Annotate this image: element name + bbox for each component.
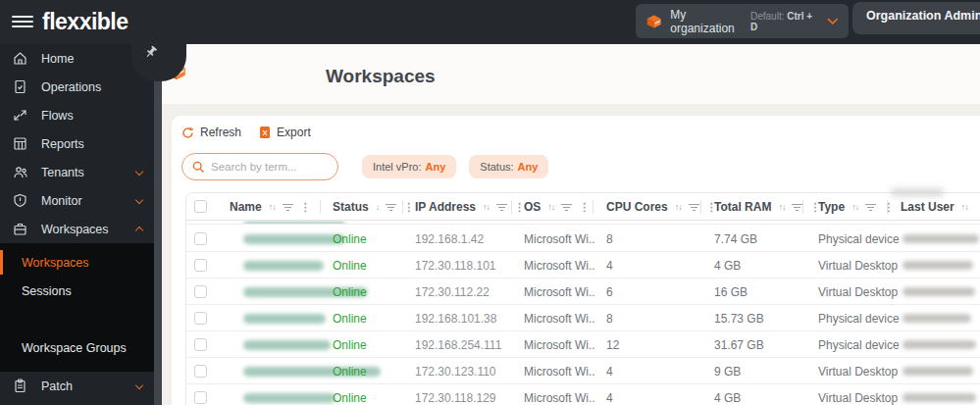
column-header-last-user[interactable]: Last User ↑↓ bbox=[901, 193, 968, 221]
ram-cell: 15.73 GB bbox=[714, 305, 764, 331]
redacted-name bbox=[243, 252, 324, 278]
table-row[interactable]: Online 192.168.1.42 Microsoft Wi... 8 7.… bbox=[186, 226, 980, 252]
submenu-spacer bbox=[0, 305, 154, 333]
shortcut-hint: Default: Ctrl + D bbox=[750, 11, 819, 32]
table-row[interactable]: Online 192.168.254.111 Microsoft Wi... 1… bbox=[186, 331, 980, 358]
submenu-item-workspace-groups[interactable]: Workspace Groups bbox=[0, 333, 154, 362]
table-row[interactable]: Online 192.168.101.38 Microsoft Wi... 8 … bbox=[186, 305, 980, 331]
search-input[interactable] bbox=[211, 161, 329, 173]
column-header-ram[interactable]: Total RAM ↑↓ ⋮ bbox=[714, 193, 820, 221]
table-row[interactable]: Online 172.30.123.110 Microsoft Wi... 4 … bbox=[186, 358, 980, 384]
briefcase-icon bbox=[13, 222, 27, 236]
redacted-fragment bbox=[891, 188, 944, 196]
tenants-icon bbox=[13, 165, 27, 179]
refresh-button[interactable]: Refresh bbox=[181, 126, 241, 139]
chevron-down-icon bbox=[135, 167, 143, 175]
role-badge[interactable]: Organization Admin bbox=[852, 2, 980, 34]
column-menu-icon[interactable]: ⋮ bbox=[579, 201, 590, 214]
os-cell: Microsoft Wi... bbox=[524, 384, 594, 405]
filter-icon[interactable] bbox=[865, 203, 876, 212]
cpu-cell: 8 bbox=[606, 226, 613, 252]
filter-icon[interactable] bbox=[561, 203, 572, 212]
sidebar-item-monitor[interactable]: Monitor bbox=[0, 186, 154, 215]
column-header-name[interactable]: Name ↑↓ ⋮ bbox=[230, 193, 311, 221]
chevron-down-icon bbox=[135, 380, 143, 388]
sidebar-item-operations[interactable]: Operations bbox=[0, 73, 154, 101]
sort-icon[interactable]: ↑↓ bbox=[778, 202, 785, 212]
row-checkbox[interactable] bbox=[194, 365, 207, 378]
clipboard-icon bbox=[13, 379, 27, 393]
row-checkbox[interactable] bbox=[194, 232, 207, 245]
sidebar-item-reports[interactable]: Reports bbox=[0, 129, 154, 158]
filter-icon[interactable] bbox=[792, 203, 802, 212]
shield-icon bbox=[13, 193, 27, 208]
sort-icon[interactable]: ↑↓ bbox=[675, 202, 682, 212]
sort-icon[interactable]: ↑↓ bbox=[851, 202, 858, 212]
organization-name: My organization bbox=[670, 8, 750, 35]
sort-icon[interactable]: ↑↓ bbox=[483, 202, 490, 212]
table-row[interactable]: Online 172.30.118.101 Microsoft Wi... 4 … bbox=[186, 252, 980, 278]
row-checkbox[interactable] bbox=[194, 391, 207, 404]
column-menu-icon[interactable]: ⋮ bbox=[403, 201, 414, 214]
flexxible-logo: flexxible bbox=[42, 9, 129, 35]
submenu-item-sessions[interactable]: Sessions bbox=[0, 277, 154, 305]
sidebar-item-workspaces[interactable]: Workspaces bbox=[0, 215, 154, 243]
column-header-ip[interactable]: IP Address ↑↓ ⋮ bbox=[415, 193, 525, 221]
organization-box-icon bbox=[645, 14, 662, 29]
export-button[interactable]: Export bbox=[259, 126, 311, 139]
column-header-type[interactable]: Type ↑↓ ⋮ bbox=[818, 193, 894, 221]
ip-cell: 192.168.1.42 bbox=[415, 226, 484, 252]
table-row[interactable]: Online 172.30.112.22 Microsoft Wi... 6 1… bbox=[186, 278, 980, 305]
ip-cell: 172.30.118.129 bbox=[415, 384, 496, 405]
os-cell: Microsoft Wi... bbox=[524, 305, 594, 331]
pin-icon[interactable] bbox=[144, 45, 158, 59]
cpu-cell: 4 bbox=[606, 252, 613, 278]
sort-icon[interactable]: ↑↓ bbox=[547, 202, 554, 212]
select-all-checkbox[interactable] bbox=[194, 200, 207, 213]
sort-icon[interactable]: ↑↓ bbox=[961, 202, 968, 212]
toolbar: Refresh Export bbox=[181, 126, 311, 139]
organization-selector[interactable]: My organization Default: Ctrl + D bbox=[636, 4, 849, 38]
os-cell: Microsoft Wi... bbox=[524, 226, 594, 252]
table-header: Name ↑↓ ⋮ Status ↓ ⋮ IP Address ↑↓ bbox=[186, 193, 980, 221]
redacted-name bbox=[243, 331, 331, 358]
chevron-up-icon bbox=[135, 227, 143, 234]
ram-cell: 9 GB bbox=[714, 358, 741, 384]
column-menu-icon[interactable]: ⋮ bbox=[883, 201, 894, 214]
sidebar-scrollbar[interactable] bbox=[154, 44, 162, 405]
filter-icon[interactable] bbox=[689, 203, 699, 212]
home-icon bbox=[13, 51, 27, 66]
sidebar-item-flows[interactable]: Flows bbox=[0, 101, 154, 129]
hamburger-menu-icon[interactable] bbox=[12, 16, 33, 28]
status-cell: Online bbox=[333, 358, 367, 384]
sort-icon[interactable]: ↑↓ bbox=[269, 202, 276, 212]
filter-icon[interactable] bbox=[386, 203, 396, 212]
submenu-item-workspaces[interactable]: Workspaces bbox=[0, 248, 154, 277]
cpu-cell: 4 bbox=[606, 358, 613, 384]
filter-chip-intel-vpro[interactable]: Intel vPro:Any bbox=[362, 155, 456, 178]
row-checkbox[interactable] bbox=[194, 259, 207, 272]
sort-desc-icon[interactable]: ↓ bbox=[376, 202, 380, 212]
status-cell: Online bbox=[333, 278, 367, 305]
column-menu-icon[interactable]: ⋮ bbox=[300, 201, 311, 214]
type-cell: Virtual Desktop bbox=[818, 252, 898, 278]
filter-icon[interactable] bbox=[496, 203, 507, 212]
os-cell: Microsoft Wi... bbox=[524, 278, 594, 305]
column-header-os[interactable]: OS ↑↓ ⋮ bbox=[524, 193, 590, 221]
row-checkbox[interactable] bbox=[194, 338, 207, 351]
filter-chip-status[interactable]: Status:Any bbox=[469, 155, 548, 178]
redacted-last-user bbox=[903, 226, 979, 252]
row-checkbox[interactable] bbox=[194, 285, 207, 298]
sidebar-item-tenants[interactable]: Tenants bbox=[0, 158, 154, 186]
ram-cell: 31.67 GB bbox=[714, 331, 764, 358]
type-cell: Physical device bbox=[818, 226, 900, 252]
filter-icon[interactable] bbox=[283, 203, 293, 212]
type-cell: Virtual Desktop bbox=[818, 278, 898, 305]
cpu-cell: 4 bbox=[606, 384, 613, 405]
status-cell: Online bbox=[333, 331, 367, 358]
table-row[interactable]: Online 172.30.118.129 Microsoft Wi... 4 … bbox=[186, 384, 980, 405]
row-checkbox[interactable] bbox=[194, 312, 207, 325]
sidebar-item-analyzer[interactable]: Analyzer bbox=[0, 400, 154, 405]
redacted-last-user bbox=[903, 384, 976, 405]
sidebar-item-patch[interactable]: Patch bbox=[0, 372, 154, 400]
